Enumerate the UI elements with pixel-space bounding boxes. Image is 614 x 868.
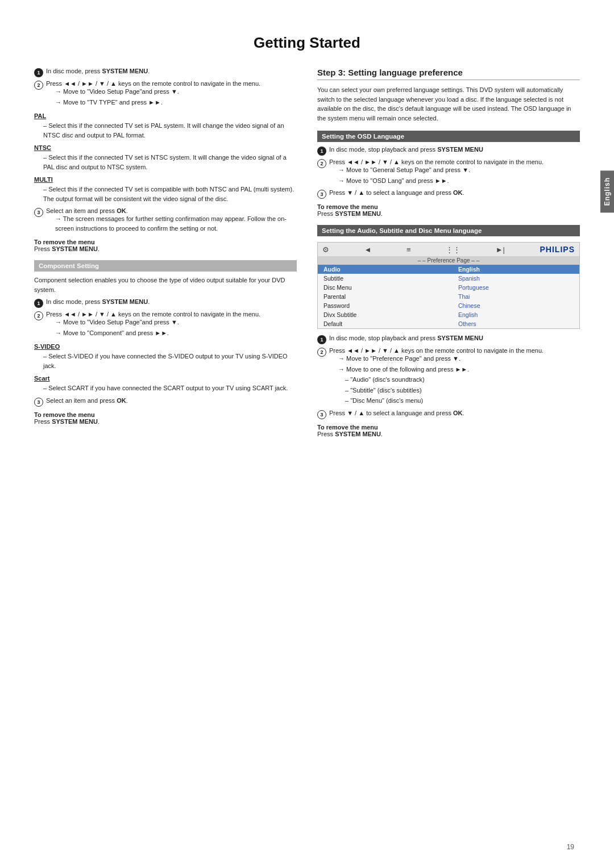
- osd-item-1-text: In disc mode, stop playback and press: [329, 146, 437, 153]
- menu-table: Audio English Subtitle Spanish Disc Menu…: [318, 265, 579, 328]
- osd-item-1: 1 In disc mode, stop playback and press …: [317, 146, 580, 156]
- step-3-intro: You can select your own preferred langua…: [317, 85, 580, 123]
- pal-section: PAL Select this if the connected TV set …: [34, 112, 297, 140]
- comp-item-1: 1 In disc mode, press SYSTEM MENU.: [34, 298, 297, 308]
- audio-item-3-after: .: [463, 410, 464, 416]
- audio-arrow-2: Move to one of the following and press ►…: [329, 365, 580, 374]
- menu-row-discmenu-value: Portuguese: [453, 283, 579, 292]
- comp-arrow-1: Move to "Video Setup Page"and press ▼.: [46, 318, 297, 327]
- sidebar-tab: English: [600, 170, 614, 212]
- intro-item-1-bold: SYSTEM MENU: [102, 68, 148, 74]
- menu-pref-row: – – Preference Page – –: [318, 256, 579, 265]
- menu-row-discmenu-label: Disc Menu: [318, 283, 453, 292]
- pal-heading: PAL: [34, 112, 297, 119]
- item-3-after: .: [126, 207, 128, 214]
- component-intro: Component selection enables you to choos…: [34, 276, 297, 294]
- comp-arrow-2: Move to "Component" and press ►►.: [46, 328, 297, 338]
- osd-step-2: 2: [317, 159, 326, 168]
- step-number-2: 2: [34, 81, 43, 90]
- item-3-arrow: The screen messages for further setting …: [46, 214, 297, 233]
- scart-section: Scart Select SCART if you have connected…: [34, 375, 297, 393]
- intro-item-1: 1 In disc mode, press SYSTEM MENU.: [34, 68, 297, 77]
- comp-item-3-text: Select an item and press: [46, 397, 117, 404]
- audio-item-3-content: Press ▼ / ▲ to select a language and pre…: [329, 410, 580, 416]
- osd-item-3: 3 Press ▼ / ▲ to select a language and p…: [317, 189, 580, 199]
- intro-item-2-content: Press ◄◄ / ►► / ▼ / ▲ keys on the remote…: [46, 80, 297, 108]
- audio-item-2: 2 Press ◄◄ / ►► / ▼ / ▲ keys on the remo…: [317, 347, 580, 407]
- osd-section: Setting the OSD Language 1 In disc mode,…: [317, 131, 580, 217]
- intro-item-1-after: .: [148, 68, 150, 74]
- menu-icon-1: ≡: [406, 245, 411, 254]
- component-setting-header: Component Setting: [34, 260, 297, 272]
- osd-item-1-bold: SYSTEM MENU: [437, 146, 483, 153]
- audio-item-3-text: Press ▼ / ▲ to select a language and pre…: [329, 410, 453, 416]
- comp-step-1: 1: [34, 299, 43, 308]
- menu-row-parental-label: Parental: [318, 292, 453, 301]
- osd-item-3-bold: OK: [453, 189, 463, 196]
- menu-row-password-label: Password: [318, 301, 453, 310]
- audio-dash-2: "Subtitle" (disc's subtitles): [329, 386, 580, 395]
- multi-text: Select this if the connected TV set is c…: [34, 185, 297, 203]
- to-remove-1: To remove the menu Press SYSTEM MENU.: [34, 239, 297, 252]
- comp-item-3-after: .: [126, 397, 128, 404]
- audio-step-2: 2: [317, 348, 326, 357]
- component-setting-section: Component Setting Component selection en…: [34, 260, 297, 425]
- menu-preview: ⚙ ◄ ≡ ⋮⋮ ►| PHILIPS – – Preference Page …: [317, 242, 580, 329]
- menu-icon-3: ►|: [496, 245, 505, 254]
- ntsc-text: Select this if the connected TV set is N…: [34, 153, 297, 172]
- comp-item-2-text: Press ◄◄ / ►► / ▼ / ▲ keys on the remote…: [46, 311, 260, 318]
- menu-icons-row: ⚙ ◄ ≡ ⋮⋮ ►| PHILIPS: [318, 243, 579, 256]
- to-remove-osd: To remove the menu Press SYSTEM MENU.: [317, 203, 580, 217]
- osd-item-2-content: Press ◄◄ / ►► / ▼ / ▲ keys on the remote…: [329, 158, 580, 186]
- osd-item-3-content: Press ▼ / ▲ to select a language and pre…: [329, 189, 580, 196]
- pal-text: Select this if the connected TV set is P…: [34, 121, 297, 140]
- philips-logo: PHILIPS: [540, 245, 575, 254]
- step-number-1: 1: [34, 68, 43, 77]
- svideo-heading: S-VIDEO: [34, 343, 297, 350]
- to-remove-osd-label: To remove the menu: [317, 203, 580, 210]
- to-remove-1-label: To remove the menu: [34, 239, 297, 245]
- to-remove-audio-action: Press SYSTEM MENU.: [317, 431, 580, 437]
- gear-icon: ⚙: [322, 245, 329, 254]
- audio-section: Setting the Audio, Subtitle and Disc Men…: [317, 225, 580, 437]
- menu-row-subtitle-label: Subtitle: [318, 274, 453, 283]
- osd-header: Setting the OSD Language: [317, 131, 580, 142]
- comp-item-1-bold: SYSTEM MENU: [102, 298, 148, 305]
- to-remove-osd-action: Press SYSTEM MENU.: [317, 210, 580, 217]
- audio-item-2-content: Press ◄◄ / ►► / ▼ / ▲ keys on the remote…: [329, 347, 580, 407]
- intro-arrow-2: Move to "TV TYPE" and press ►►.: [46, 98, 297, 107]
- item-3: 3 Select an item and press OK. The scree…: [34, 207, 297, 234]
- menu-row-parental-value: Thai: [453, 292, 579, 301]
- scart-heading: Scart: [34, 375, 297, 382]
- audio-item-1: 1 In disc mode, stop playback and press …: [317, 335, 580, 344]
- svideo-text: Select S-VIDEO if you have connected the…: [34, 352, 297, 370]
- osd-item-2: 2 Press ◄◄ / ►► / ▼ / ▲ keys on the remo…: [317, 158, 580, 186]
- osd-item-3-after: .: [463, 189, 464, 196]
- osd-arrow-1: Move to "General Setup Page" and press ▼…: [329, 165, 580, 175]
- menu-row-audio-value: English: [453, 265, 579, 274]
- menu-row-divx-label: Divx Subtitle: [318, 310, 453, 319]
- audio-icon: ◄: [364, 245, 372, 254]
- to-remove-audio: To remove the menu Press SYSTEM MENU.: [317, 424, 580, 437]
- audio-item-3: 3 Press ▼ / ▲ to select a language and p…: [317, 410, 580, 419]
- comp-item-1-text: In disc mode, press: [46, 298, 102, 305]
- osd-item-2-text: Press ◄◄ / ►► / ▼ / ▲ keys on the remote…: [329, 158, 544, 165]
- intro-arrow-1: Move to "Video Setup Page"and press ▼.: [46, 87, 297, 97]
- menu-row-default-label: Default: [318, 319, 453, 328]
- comp-item-2-content: Press ◄◄ / ►► / ▼ / ▲ keys on the remote…: [46, 311, 297, 339]
- audio-item-3-bold: OK: [453, 410, 463, 416]
- to-remove-audio-label: To remove the menu: [317, 424, 580, 431]
- intro-item-1-text: In disc mode, press: [46, 68, 102, 74]
- comp-step-3: 3: [34, 398, 43, 407]
- multi-section: MULTI Select this if the connected TV se…: [34, 176, 297, 203]
- comp-item-3-content: Select an item and press OK.: [46, 397, 297, 404]
- comp-step-2: 2: [34, 311, 43, 320]
- audio-arrow-1: Move to "Preference Page" and press ▼.: [329, 354, 580, 364]
- to-remove-comp-action: Press SYSTEM MENU.: [34, 418, 297, 425]
- main-content: 1 In disc mode, press SYSTEM MENU. 2 Pre…: [34, 68, 580, 439]
- audio-item-1-text: In disc mode, stop playback and press: [329, 335, 437, 341]
- item-3-content: Select an item and press OK. The screen …: [46, 207, 297, 234]
- svideo-section: S-VIDEO Select S-VIDEO if you have conne…: [34, 343, 297, 370]
- menu-icon-2: ⋮⋮: [446, 245, 460, 254]
- intro-item-2: 2 Press ◄◄ / ►► / ▼ / ▲ keys on the remo…: [34, 80, 297, 108]
